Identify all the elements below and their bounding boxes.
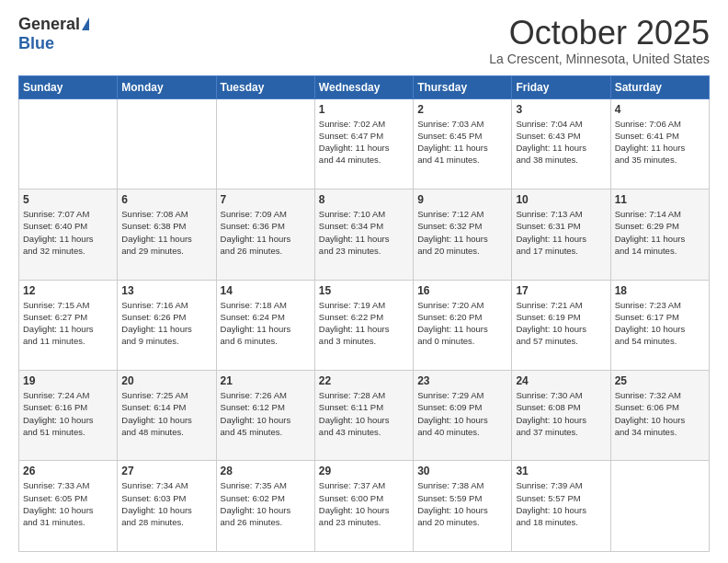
day-number: 30 — [417, 465, 507, 477]
header-thursday: Thursday — [414, 75, 512, 98]
day-info: Sunrise: 7:29 AM Sunset: 6:09 PM Dayligh… — [417, 389, 507, 438]
day-number: 25 — [615, 374, 705, 387]
header-right: October 2025 La Crescent, Minnesota, Uni… — [489, 15, 710, 66]
day-info: Sunrise: 7:10 AM Sunset: 6:34 PM Dayligh… — [319, 208, 409, 257]
table-row: 12Sunrise: 7:15 AM Sunset: 6:27 PM Dayli… — [19, 280, 118, 370]
day-info: Sunrise: 7:30 AM Sunset: 6:08 PM Dayligh… — [516, 389, 606, 438]
table-row: 25Sunrise: 7:32 AM Sunset: 6:06 PM Dayli… — [610, 371, 709, 461]
day-info: Sunrise: 7:33 AM Sunset: 6:05 PM Dayligh… — [23, 479, 113, 528]
day-info: Sunrise: 7:23 AM Sunset: 6:17 PM Dayligh… — [615, 299, 705, 348]
day-info: Sunrise: 7:08 AM Sunset: 6:38 PM Dayligh… — [121, 208, 211, 257]
logo-triangle-icon — [82, 17, 89, 30]
day-info: Sunrise: 7:18 AM Sunset: 6:24 PM Dayligh… — [221, 299, 311, 348]
header-monday: Monday — [118, 75, 216, 98]
day-number: 21 — [221, 374, 311, 387]
day-number: 23 — [417, 374, 507, 387]
day-number: 8 — [319, 193, 409, 206]
table-row: 11Sunrise: 7:14 AM Sunset: 6:29 PM Dayli… — [610, 190, 709, 280]
day-info: Sunrise: 7:28 AM Sunset: 6:11 PM Dayligh… — [319, 389, 409, 438]
table-row: 6Sunrise: 7:08 AM Sunset: 6:38 PM Daylig… — [118, 190, 216, 280]
weekday-header-row: Sunday Monday Tuesday Wednesday Thursday… — [19, 75, 710, 98]
day-number: 26 — [23, 465, 113, 477]
location-title: La Crescent, Minnesota, United States — [489, 52, 710, 66]
day-number: 12 — [23, 284, 113, 297]
table-row — [118, 98, 216, 189]
calendar-row: 5Sunrise: 7:07 AM Sunset: 6:40 PM Daylig… — [19, 190, 710, 280]
day-number: 20 — [121, 374, 211, 387]
table-row — [19, 98, 118, 189]
table-row: 3Sunrise: 7:04 AM Sunset: 6:43 PM Daylig… — [512, 98, 610, 189]
table-row: 24Sunrise: 7:30 AM Sunset: 6:08 PM Dayli… — [512, 371, 610, 461]
day-info: Sunrise: 7:21 AM Sunset: 6:19 PM Dayligh… — [516, 299, 606, 348]
day-info: Sunrise: 7:38 AM Sunset: 5:59 PM Dayligh… — [417, 479, 507, 528]
day-number: 28 — [221, 465, 311, 477]
table-row: 5Sunrise: 7:07 AM Sunset: 6:40 PM Daylig… — [19, 190, 118, 280]
day-number: 13 — [121, 284, 211, 297]
table-row: 19Sunrise: 7:24 AM Sunset: 6:16 PM Dayli… — [19, 371, 118, 461]
day-info: Sunrise: 7:07 AM Sunset: 6:40 PM Dayligh… — [23, 208, 113, 257]
table-row: 16Sunrise: 7:20 AM Sunset: 6:20 PM Dayli… — [414, 280, 512, 370]
logo: General Blue — [18, 15, 89, 53]
calendar-row: 12Sunrise: 7:15 AM Sunset: 6:27 PM Dayli… — [19, 280, 710, 370]
day-info: Sunrise: 7:14 AM Sunset: 6:29 PM Dayligh… — [615, 208, 705, 257]
day-info: Sunrise: 7:39 AM Sunset: 5:57 PM Dayligh… — [516, 479, 606, 528]
table-row: 17Sunrise: 7:21 AM Sunset: 6:19 PM Dayli… — [512, 280, 610, 370]
table-row: 26Sunrise: 7:33 AM Sunset: 6:05 PM Dayli… — [19, 461, 118, 552]
table-row: 18Sunrise: 7:23 AM Sunset: 6:17 PM Dayli… — [610, 280, 709, 370]
day-info: Sunrise: 7:04 AM Sunset: 6:43 PM Dayligh… — [516, 118, 606, 167]
table-row — [216, 98, 314, 189]
day-info: Sunrise: 7:25 AM Sunset: 6:14 PM Dayligh… — [121, 389, 211, 438]
table-row: 28Sunrise: 7:35 AM Sunset: 6:02 PM Dayli… — [216, 461, 314, 552]
day-number: 14 — [221, 284, 311, 297]
table-row: 1Sunrise: 7:02 AM Sunset: 6:47 PM Daylig… — [314, 98, 413, 189]
day-info: Sunrise: 7:12 AM Sunset: 6:32 PM Dayligh… — [417, 208, 507, 257]
day-number: 17 — [516, 284, 606, 297]
day-info: Sunrise: 7:19 AM Sunset: 6:22 PM Dayligh… — [319, 299, 409, 348]
table-row: 4Sunrise: 7:06 AM Sunset: 6:41 PM Daylig… — [610, 98, 709, 189]
day-number: 31 — [516, 465, 606, 477]
day-number: 29 — [319, 465, 409, 477]
day-info: Sunrise: 7:02 AM Sunset: 6:47 PM Dayligh… — [319, 118, 409, 167]
calendar-row: 1Sunrise: 7:02 AM Sunset: 6:47 PM Daylig… — [19, 98, 710, 189]
day-number: 18 — [615, 284, 705, 297]
header: General Blue October 2025 La Crescent, M… — [18, 15, 710, 66]
table-row: 9Sunrise: 7:12 AM Sunset: 6:32 PM Daylig… — [414, 190, 512, 280]
day-number: 3 — [516, 103, 606, 116]
day-info: Sunrise: 7:34 AM Sunset: 6:03 PM Dayligh… — [121, 479, 211, 528]
header-saturday: Saturday — [610, 75, 709, 98]
day-info: Sunrise: 7:06 AM Sunset: 6:41 PM Dayligh… — [615, 118, 705, 167]
day-info: Sunrise: 7:35 AM Sunset: 6:02 PM Dayligh… — [221, 479, 311, 528]
table-row — [610, 461, 709, 552]
table-row: 30Sunrise: 7:38 AM Sunset: 5:59 PM Dayli… — [414, 461, 512, 552]
day-number: 22 — [319, 374, 409, 387]
day-number: 11 — [615, 193, 705, 206]
table-row: 29Sunrise: 7:37 AM Sunset: 6:00 PM Dayli… — [314, 461, 413, 552]
day-info: Sunrise: 7:20 AM Sunset: 6:20 PM Dayligh… — [417, 299, 507, 348]
table-row: 7Sunrise: 7:09 AM Sunset: 6:36 PM Daylig… — [216, 190, 314, 280]
month-title: October 2025 — [489, 15, 710, 52]
day-info: Sunrise: 7:24 AM Sunset: 6:16 PM Dayligh… — [23, 389, 113, 438]
table-row: 23Sunrise: 7:29 AM Sunset: 6:09 PM Dayli… — [414, 371, 512, 461]
day-number: 2 — [417, 103, 507, 116]
day-number: 9 — [417, 193, 507, 206]
day-number: 7 — [221, 193, 311, 206]
table-row: 20Sunrise: 7:25 AM Sunset: 6:14 PM Dayli… — [118, 371, 216, 461]
table-row: 10Sunrise: 7:13 AM Sunset: 6:31 PM Dayli… — [512, 190, 610, 280]
day-number: 19 — [23, 374, 113, 387]
day-number: 4 — [615, 103, 705, 116]
day-number: 15 — [319, 284, 409, 297]
day-number: 24 — [516, 374, 606, 387]
day-info: Sunrise: 7:03 AM Sunset: 6:45 PM Dayligh… — [417, 118, 507, 167]
table-row: 15Sunrise: 7:19 AM Sunset: 6:22 PM Dayli… — [314, 280, 413, 370]
table-row: 2Sunrise: 7:03 AM Sunset: 6:45 PM Daylig… — [414, 98, 512, 189]
header-friday: Friday — [512, 75, 610, 98]
calendar-row: 19Sunrise: 7:24 AM Sunset: 6:16 PM Dayli… — [19, 371, 710, 461]
day-info: Sunrise: 7:13 AM Sunset: 6:31 PM Dayligh… — [516, 208, 606, 257]
table-row: 8Sunrise: 7:10 AM Sunset: 6:34 PM Daylig… — [314, 190, 413, 280]
day-info: Sunrise: 7:15 AM Sunset: 6:27 PM Dayligh… — [23, 299, 113, 348]
day-number: 16 — [417, 284, 507, 297]
day-info: Sunrise: 7:37 AM Sunset: 6:00 PM Dayligh… — [319, 479, 409, 528]
header-sunday: Sunday — [19, 75, 118, 98]
logo-general-text: General — [18, 15, 80, 34]
day-number: 6 — [121, 193, 211, 206]
